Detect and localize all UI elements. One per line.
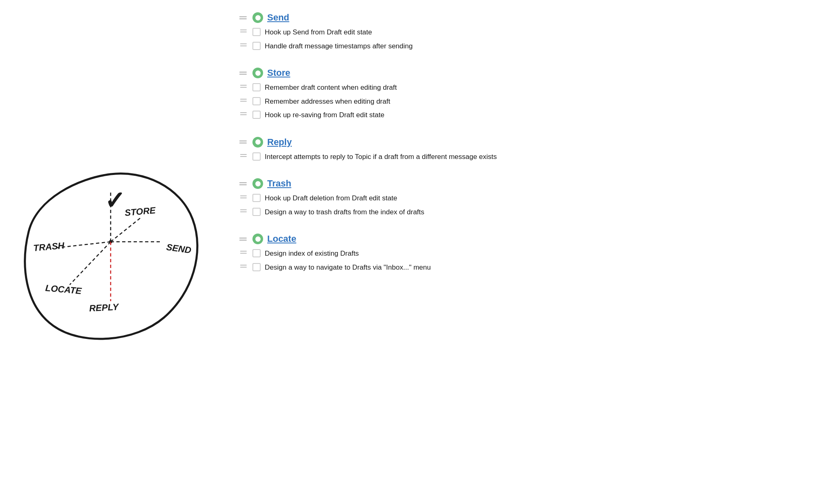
section-title-send[interactable]: Send: [267, 12, 289, 23]
task-drag-handle-store-1[interactable]: [239, 97, 248, 103]
diagram-panel: ✓ TRASH STORE SEND LOCATE REPLY: [0, 0, 221, 504]
svg-text:STORE: STORE: [124, 205, 157, 218]
section-trash: TrashHook up Draft deletion from Draft e…: [238, 178, 809, 220]
task-list-panel: SendHook up Send from Draft edit stateHa…: [221, 0, 834, 301]
task-row: Design index of existing Drafts: [238, 248, 809, 259]
svg-text:✓: ✓: [105, 187, 125, 214]
section-header-store: Store: [238, 68, 809, 78]
task-text-trash-0: Hook up Draft deletion from Draft edit s…: [265, 193, 397, 204]
task-drag-handle-trash-0[interactable]: [239, 194, 248, 200]
task-text-store-1: Remember addresses when editing draft: [265, 96, 390, 107]
task-checkbox-store-1[interactable]: [252, 97, 261, 105]
svg-line-4: [70, 242, 111, 285]
task-text-trash-1: Design a way to trash drafts from the in…: [265, 207, 424, 218]
task-drag-handle-send-0[interactable]: [239, 28, 248, 34]
task-text-store-0: Remember draft content when editing draf…: [265, 82, 397, 93]
task-text-locate-0: Design index of existing Drafts: [265, 248, 359, 259]
task-drag-handle-reply-0[interactable]: [239, 152, 248, 159]
task-text-reply-0: Intercept attempts to reply to Topic if …: [265, 152, 497, 162]
task-checkbox-locate-1[interactable]: [252, 263, 261, 271]
section-send: SendHook up Send from Draft edit stateHa…: [238, 12, 809, 54]
task-checkbox-send-1[interactable]: [252, 42, 261, 50]
section-reply: ReplyIntercept attempts to reply to Topi…: [238, 137, 809, 166]
section-title-locate[interactable]: Locate: [267, 234, 296, 244]
task-checkbox-trash-0[interactable]: [252, 194, 261, 202]
section-drag-handle-reply[interactable]: [238, 140, 248, 144]
task-checkbox-store-2[interactable]: [252, 111, 261, 119]
task-drag-handle-locate-0[interactable]: [239, 249, 248, 255]
section-store: StoreRemember draft content when editing…: [238, 68, 809, 124]
task-text-send-1: Handle draft message timestamps after se…: [265, 41, 413, 52]
section-header-send: Send: [238, 12, 809, 23]
task-row: Intercept attempts to reply to Topic if …: [238, 152, 809, 162]
task-text-locate-1: Design a way to navigate to Drafts via "…: [265, 262, 431, 273]
task-drag-handle-store-0[interactable]: [239, 83, 248, 89]
svg-text:SEND: SEND: [166, 242, 192, 255]
task-drag-handle-locate-1[interactable]: [239, 263, 248, 269]
task-drag-handle-send-1[interactable]: [239, 42, 248, 48]
task-checkbox-store-0[interactable]: [252, 83, 261, 91]
status-circle-send: [252, 12, 263, 23]
section-drag-handle-trash[interactable]: [238, 182, 248, 186]
task-checkbox-locate-0[interactable]: [252, 249, 261, 257]
section-locate: LocateDesign index of existing DraftsDes…: [238, 234, 809, 276]
task-row: Remember addresses when editing draft: [238, 96, 809, 107]
section-title-reply[interactable]: Reply: [267, 137, 292, 148]
section-header-locate: Locate: [238, 234, 809, 244]
section-drag-handle-locate[interactable]: [238, 237, 248, 241]
task-text-store-2: Hook up re-saving from Draft edit state: [265, 110, 384, 120]
task-row: Remember draft content when editing draf…: [238, 82, 809, 93]
task-row: Hook up re-saving from Draft edit state: [238, 110, 809, 120]
status-circle-store: [252, 68, 263, 78]
svg-text:LOCATE: LOCATE: [45, 283, 83, 296]
task-drag-handle-store-2[interactable]: [239, 111, 248, 117]
task-checkbox-reply-0[interactable]: [252, 152, 261, 161]
task-checkbox-trash-1[interactable]: [252, 208, 261, 216]
task-row: Hook up Send from Draft edit state: [238, 27, 809, 38]
task-text-send-0: Hook up Send from Draft edit state: [265, 27, 372, 38]
task-row: Hook up Draft deletion from Draft edit s…: [238, 193, 809, 204]
status-circle-locate: [252, 234, 263, 244]
section-drag-handle-send[interactable]: [238, 16, 248, 20]
svg-text:REPLY: REPLY: [89, 302, 120, 313]
task-row: Handle draft message timestamps after se…: [238, 41, 809, 52]
section-title-trash[interactable]: Trash: [267, 178, 291, 189]
diagram-container: ✓ TRASH STORE SEND LOCATE REPLY: [16, 162, 205, 342]
status-circle-reply: [252, 137, 263, 148]
task-row: Design a way to trash drafts from the in…: [238, 207, 809, 218]
task-checkbox-send-0[interactable]: [252, 28, 261, 36]
task-drag-handle-trash-1[interactable]: [239, 208, 248, 214]
section-header-reply: Reply: [238, 137, 809, 148]
svg-line-2: [111, 217, 141, 242]
status-circle-trash: [252, 178, 263, 189]
svg-text:TRASH: TRASH: [33, 240, 65, 253]
section-header-trash: Trash: [238, 178, 809, 189]
section-drag-handle-store[interactable]: [238, 71, 248, 75]
task-row: Design a way to navigate to Drafts via "…: [238, 262, 809, 273]
section-title-store[interactable]: Store: [267, 68, 290, 78]
